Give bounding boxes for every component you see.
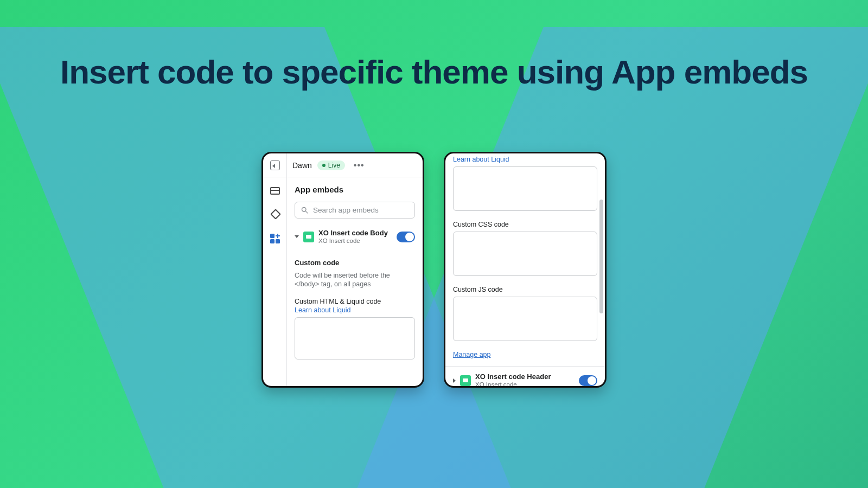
scrollbar[interactable] [599, 160, 603, 380]
html-field-label: Custom HTML & Liquid code [295, 298, 415, 305]
panel2-content: Learn about Liquid Custom CSS code Custo… [445, 153, 605, 386]
live-badge: Live [317, 160, 345, 170]
panels-row: Dawn Live ••• [261, 152, 607, 388]
divider [445, 366, 605, 367]
panel-custom-code: Learn about Liquid Custom CSS code Custo… [444, 152, 607, 388]
custom-code-heading: Custom code [295, 259, 415, 267]
js-field-label: Custom JS code [453, 286, 597, 293]
html-liquid-textarea[interactable] [295, 317, 415, 359]
back-button[interactable] [263, 153, 287, 177]
panel1-body: App embeds Search app embeds XO Insert c… [263, 177, 423, 386]
manage-app-link[interactable]: Manage app [453, 351, 597, 358]
embed-header-toggle[interactable] [579, 375, 597, 386]
css-field-label: Custom CSS code [453, 221, 597, 228]
panel1-content: App embeds Search app embeds XO Insert c… [287, 177, 423, 386]
embed-body-toggle[interactable] [397, 232, 415, 242]
promo-stage: Insert code to specific theme using App … [0, 0, 868, 488]
search-app-embeds[interactable]: Search app embeds [295, 202, 415, 219]
html-liquid-textarea-2[interactable] [453, 166, 597, 211]
embed-header-subtitle: XO Insert code [475, 381, 575, 386]
css-textarea[interactable] [453, 232, 597, 276]
embed-title: XO Insert code Body [318, 229, 392, 237]
custom-code-help: Code will be inserted before the </body>… [295, 271, 415, 290]
embed-subtitle: XO Insert code [318, 237, 392, 245]
app-embeds-icon [270, 234, 280, 243]
search-placeholder: Search app embeds [313, 206, 379, 214]
xo-app-icon-2 [460, 375, 471, 386]
app-embeds-title: App embeds [295, 185, 415, 194]
embed-header-title: XO Insert code Header [475, 373, 575, 381]
embed-row-body[interactable]: XO Insert code Body XO Insert code [295, 228, 415, 249]
js-textarea[interactable] [453, 297, 597, 341]
learn-liquid-link-2[interactable]: Learn about Liquid [453, 156, 597, 163]
sections-icon [270, 187, 280, 195]
theme-name: Dawn [292, 161, 312, 170]
live-badge-label: Live [328, 162, 340, 169]
svg-line-1 [305, 211, 308, 213]
live-dot-icon [322, 164, 326, 167]
headline: Insert code to specific theme using App … [0, 54, 868, 91]
xo-app-icon [303, 232, 314, 242]
topbar-mid: Dawn Live ••• [287, 153, 423, 177]
brush-icon [271, 210, 279, 219]
more-actions-button[interactable]: ••• [354, 161, 365, 170]
editor-side-rail [263, 177, 287, 386]
embed-labels: XO Insert code Body XO Insert code [318, 229, 392, 245]
exit-editor-icon [270, 160, 280, 170]
chevron-down-icon [295, 235, 299, 238]
panel2-scroll[interactable]: Learn about Liquid Custom CSS code Custo… [445, 153, 605, 386]
panel1-topbar: Dawn Live ••• [263, 153, 423, 177]
panel-app-embeds: Dawn Live ••• [261, 152, 424, 388]
rail-theme-settings-button[interactable] [269, 209, 281, 221]
rail-sections-button[interactable] [269, 185, 281, 197]
svg-point-0 [302, 208, 307, 212]
chevron-right-icon [453, 378, 456, 383]
learn-liquid-link[interactable]: Learn about Liquid [295, 306, 415, 314]
embed-header-labels: XO Insert code Header XO Insert code [475, 373, 575, 386]
rail-app-embeds-button[interactable] [269, 233, 281, 245]
embed-row-header[interactable]: XO Insert code Header XO Insert code [453, 372, 597, 386]
search-icon [301, 206, 309, 214]
